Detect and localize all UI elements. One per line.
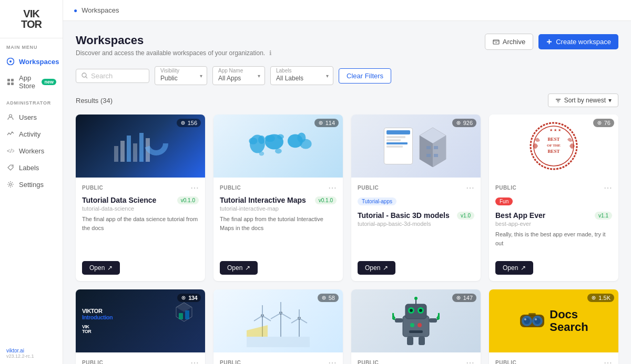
open-button-4[interactable]: Open ↗ <box>495 261 533 275</box>
create-workspace-button[interactable]: Create workspace <box>538 34 618 49</box>
card-title-row-2: Tutorial Interactive Maps v0.1.0 <box>220 196 337 204</box>
card-wind: 58 PUBLIC ⋯ <box>213 289 343 364</box>
breadcrumb: Workspaces <box>82 6 119 14</box>
results-bar: Results (34) Sort by newest ▾ <box>76 93 618 107</box>
svg-point-1 <box>9 60 12 63</box>
svg-rect-55 <box>185 310 189 319</box>
card-body-4: PUBLIC ⋯ Fun Best App Ever v1.1 best-app… <box>489 178 618 257</box>
header-actions: Archive Create workspace <box>485 34 618 50</box>
sort-button[interactable]: Sort by newest ▾ <box>548 93 618 107</box>
sidebar-item-labels-label: Labels <box>19 164 39 172</box>
svg-rect-87 <box>407 337 413 345</box>
robot-icon <box>392 295 440 347</box>
sidebar-item-labels[interactable]: Labels <box>0 159 63 176</box>
card-footer-2: Open ↗ <box>213 257 343 281</box>
card-footer-1: Open ↗ <box>76 257 205 281</box>
labels-icon <box>6 163 15 172</box>
card-viktor-intro: VIKTOR Introduction VIKTOR <box>76 289 205 364</box>
card-public-row-3: PUBLIC ⋯ <box>358 183 474 193</box>
sidebar-item-users[interactable]: Users <box>0 109 63 126</box>
users-icon <box>6 113 15 121</box>
workers-icon: </> <box>6 147 15 155</box>
svg-point-8 <box>12 165 13 167</box>
card-menu-7[interactable]: ⋯ <box>466 358 474 364</box>
svg-rect-86 <box>429 318 437 323</box>
card-menu-4[interactable]: ⋯ <box>604 183 612 193</box>
svg-rect-54 <box>179 313 183 319</box>
svg-rect-101 <box>528 313 536 315</box>
card-menu-2[interactable]: ⋯ <box>328 183 337 193</box>
labels-dropdown[interactable]: Labels All Labels ▾ <box>270 66 333 85</box>
sidebar-footer: viktor.ai v23.12.2-rc.1 <box>0 342 63 364</box>
main-content: ● Workspaces Workspaces Discover and acc… <box>63 0 631 364</box>
goggles-icon <box>519 310 545 331</box>
svg-rect-13 <box>120 141 125 162</box>
svg-point-25 <box>264 135 274 142</box>
clear-filters-button[interactable]: Clear Filters <box>339 68 391 84</box>
admin-label: ADMINISTRATOR <box>0 94 63 109</box>
open-button-2[interactable]: Open ↗ <box>220 261 258 275</box>
footer-link[interactable]: viktor.ai <box>6 348 56 353</box>
svg-rect-5 <box>11 82 14 85</box>
card-views-8: 1.5K <box>587 294 614 302</box>
svg-line-67 <box>271 313 281 319</box>
svg-rect-10 <box>493 40 499 44</box>
card-image-data-science: 156 <box>76 115 205 178</box>
svg-rect-15 <box>133 143 137 162</box>
sidebar: VIK TOR MAIN MENU Workspaces App Store n… <box>0 0 63 364</box>
sidebar-item-appstore[interactable]: App Store new <box>0 70 63 94</box>
stamp-container: ★ ★ ★ BEST OF THE BEST <box>527 120 580 172</box>
card-menu-1[interactable]: ⋯ <box>190 183 199 193</box>
sidebar-item-settings[interactable]: Settings <box>0 176 63 193</box>
card-menu-3[interactable]: ⋯ <box>466 183 474 193</box>
open-button-1[interactable]: Open ↗ <box>82 261 120 275</box>
card-menu-8[interactable]: ⋯ <box>604 358 612 364</box>
card-badge-tutorial: Tutorial-apps <box>358 197 396 205</box>
card-image-robot: 147 <box>351 289 481 352</box>
card-views-4: 76 <box>593 119 614 127</box>
svg-point-23 <box>258 136 265 144</box>
svg-point-103 <box>593 297 594 298</box>
card-tutorial-maps: 114 PUBLIC ⋯ Tutorial Interactive Maps v… <box>213 115 343 281</box>
sidebar-item-activity[interactable]: Activity <box>0 126 63 142</box>
search-input[interactable]: Search <box>76 69 149 83</box>
eye-icon <box>597 120 602 126</box>
card-public-row-6: PUBLIC ⋯ <box>220 358 337 364</box>
card-body-5: PUBLIC ⋯ <box>76 352 205 364</box>
eye-icon <box>456 120 461 126</box>
3d-ui-mock <box>384 128 413 164</box>
info-icon: ℹ <box>269 49 272 57</box>
card-image-docs: DocsSearch 1.5K <box>489 289 618 352</box>
card-body-1: PUBLIC ⋯ Tutorial Data Science v0.1.0 tu… <box>76 178 205 257</box>
card-public-row-5: PUBLIC ⋯ <box>82 358 199 364</box>
card-image-best: ★ ★ ★ BEST OF THE BEST <box>489 115 618 178</box>
svg-rect-4 <box>7 82 10 85</box>
sidebar-item-settings-label: Settings <box>19 181 44 189</box>
card-best-app: ★ ★ ★ BEST OF THE BEST <box>489 115 618 281</box>
card-menu-6[interactable]: ⋯ <box>328 358 337 364</box>
gear-icon <box>6 180 15 189</box>
viktor-intro-title: VIKTOR Introduction <box>82 308 113 320</box>
card-menu-5[interactable]: ⋯ <box>190 358 199 364</box>
chevron-down-icon: ▾ <box>200 73 202 79</box>
app-name-dropdown[interactable]: App Name All Apps ▾ <box>212 66 265 85</box>
docs-search-text: DocsSearch <box>549 308 588 334</box>
card-body-6: PUBLIC ⋯ <box>213 352 343 364</box>
svg-line-62 <box>254 316 262 321</box>
sidebar-item-workspaces-label: Workspaces <box>19 58 59 66</box>
svg-rect-14 <box>127 136 131 162</box>
svg-point-100 <box>535 318 537 320</box>
archive-button[interactable]: Archive <box>485 34 533 50</box>
sidebar-item-workers[interactable]: </> Workers <box>0 142 63 159</box>
card-views-2: 114 <box>314 119 339 127</box>
svg-rect-41 <box>434 154 438 157</box>
search-icon <box>82 72 88 79</box>
wind-turbines-icon <box>247 295 310 347</box>
open-external-icon: ↗ <box>521 264 526 272</box>
svg-point-31 <box>259 151 264 155</box>
visibility-dropdown[interactable]: Visibility Public ▾ <box>155 66 207 85</box>
open-button-3[interactable]: Open ↗ <box>358 261 395 275</box>
svg-line-73 <box>299 318 307 323</box>
eye-icon <box>181 295 186 300</box>
sidebar-item-workspaces[interactable]: Workspaces <box>0 53 63 70</box>
